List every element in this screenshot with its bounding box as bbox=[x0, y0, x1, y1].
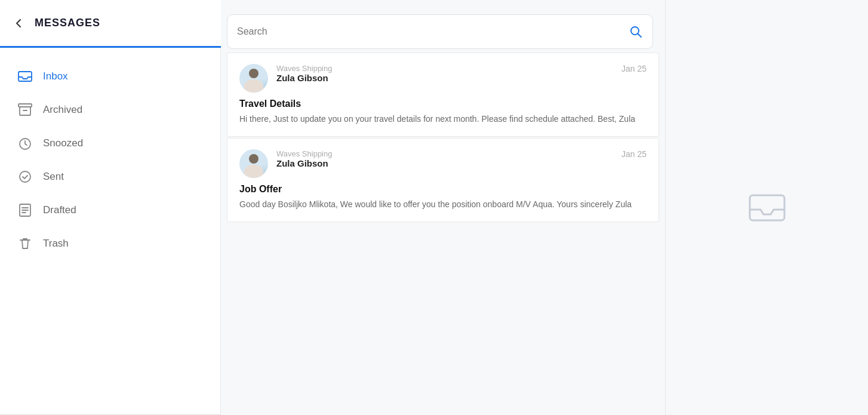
sent-icon bbox=[17, 168, 33, 185]
snoozed-icon bbox=[17, 135, 33, 152]
message-subject-2: Job Offer bbox=[239, 184, 647, 195]
message-card-1[interactable]: Waves Shipping Zula Gibson Jan 25 Travel… bbox=[227, 53, 659, 137]
archived-icon bbox=[17, 102, 33, 118]
sidebar-item-inbox-label: Inbox bbox=[43, 70, 68, 82]
sidebar-item-archived[interactable]: Archived bbox=[0, 93, 220, 127]
message-sender-info-1: Waves Shipping Zula Gibson bbox=[276, 64, 332, 83]
right-panel bbox=[665, 0, 868, 415]
message-sender-2: Zula Gibson bbox=[276, 158, 332, 168]
svg-rect-2 bbox=[20, 107, 30, 115]
message-card-2[interactable]: Waves Shipping Zula Gibson Jan 25 Job Of… bbox=[227, 138, 659, 222]
search-container bbox=[227, 14, 653, 49]
back-icon bbox=[12, 17, 25, 30]
main-content: Waves Shipping Zula Gibson Jan 25 Travel… bbox=[221, 0, 665, 415]
sidebar-item-trash-label: Trash bbox=[43, 238, 69, 250]
avatar-2 bbox=[239, 149, 268, 178]
sidebar-item-sent-label: Sent bbox=[43, 171, 64, 183]
messages-header: MESSAGES bbox=[0, 0, 221, 48]
search-button[interactable] bbox=[629, 24, 643, 39]
drafted-icon bbox=[17, 202, 33, 219]
back-button[interactable] bbox=[12, 17, 25, 30]
message-list: Waves Shipping Zula Gibson Jan 25 Travel… bbox=[221, 53, 665, 415]
sidebar-nav: Inbox Archived Snoozed bbox=[0, 48, 220, 272]
sidebar-item-snoozed-label: Snoozed bbox=[43, 137, 83, 149]
message-company-1: Waves Shipping bbox=[276, 64, 332, 73]
page-title: MESSAGES bbox=[35, 17, 100, 29]
message-sender-row-2: Waves Shipping Zula Gibson Jan 25 bbox=[276, 149, 647, 168]
inbox-icon bbox=[17, 68, 33, 85]
sidebar-item-trash[interactable]: Trash bbox=[0, 227, 220, 260]
message-header-2: Waves Shipping Zula Gibson Jan 25 bbox=[239, 149, 647, 178]
message-meta-2: Waves Shipping Zula Gibson Jan 25 bbox=[276, 149, 647, 168]
message-company-2: Waves Shipping bbox=[276, 149, 332, 158]
svg-rect-7 bbox=[750, 195, 784, 220]
message-sender-1: Zula Gibson bbox=[276, 73, 332, 83]
message-date-1: Jan 25 bbox=[621, 64, 647, 73]
sidebar-item-snoozed[interactable]: Snoozed bbox=[0, 127, 220, 160]
sidebar-item-drafted[interactable]: Drafted bbox=[0, 193, 220, 227]
sidebar-item-drafted-label: Drafted bbox=[43, 204, 76, 216]
svg-point-4 bbox=[20, 171, 30, 182]
empty-state-inbox-icon bbox=[746, 187, 788, 229]
sidebar: MESSAGES Inbox Archived bbox=[0, 0, 221, 415]
sidebar-item-inbox[interactable]: Inbox bbox=[0, 60, 220, 93]
sidebar-item-sent[interactable]: Sent bbox=[0, 160, 220, 193]
message-sender-info-2: Waves Shipping Zula Gibson bbox=[276, 149, 332, 168]
message-header-1: Waves Shipping Zula Gibson Jan 25 bbox=[239, 64, 647, 93]
message-meta-1: Waves Shipping Zula Gibson Jan 25 bbox=[276, 64, 647, 83]
message-date-2: Jan 25 bbox=[621, 149, 647, 159]
search-input[interactable] bbox=[237, 26, 629, 37]
avatar-1 bbox=[239, 64, 268, 93]
message-preview-1: Hi there, Just to update you on your tra… bbox=[239, 113, 647, 125]
message-preview-2: Good day Bosiljko Mlikota, We would like… bbox=[239, 198, 647, 211]
message-sender-row-1: Waves Shipping Zula Gibson Jan 25 bbox=[276, 64, 647, 83]
message-subject-1: Travel Details bbox=[239, 99, 647, 109]
sidebar-item-archived-label: Archived bbox=[43, 104, 82, 116]
svg-rect-0 bbox=[19, 72, 32, 81]
trash-icon bbox=[17, 235, 33, 252]
search-icon bbox=[629, 24, 643, 39]
